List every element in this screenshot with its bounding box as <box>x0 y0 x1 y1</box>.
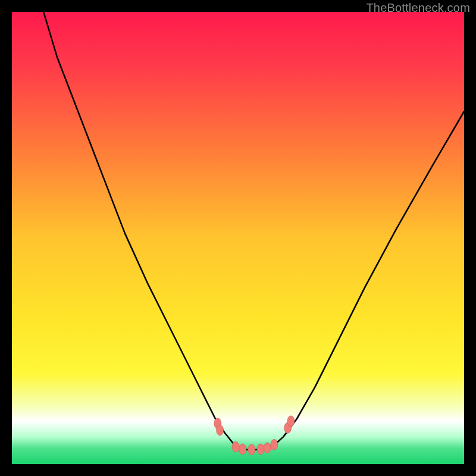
curve-marker <box>271 439 278 450</box>
curve-marker <box>248 444 255 455</box>
curve-marker <box>257 444 264 455</box>
curve-marker <box>239 444 246 455</box>
curve-marker <box>232 441 239 452</box>
curve-marker <box>217 425 224 436</box>
watermark-text: TheBottleneck.com <box>366 1 470 15</box>
curve-marker <box>287 416 295 427</box>
gradient-background <box>12 12 464 464</box>
chart-svg <box>12 12 464 464</box>
curve-marker <box>264 443 271 453</box>
chart-frame: TheBottleneck.com <box>0 0 476 476</box>
chart-plot-area <box>12 12 464 464</box>
